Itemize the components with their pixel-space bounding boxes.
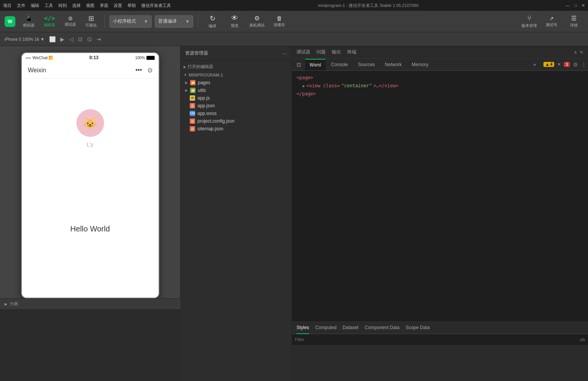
record-icon[interactable]: ⊙ [147,67,152,74]
tab-computed[interactable]: Computed [315,322,336,334]
tab-memory[interactable]: Memory [407,59,433,70]
opened-editors-section[interactable]: ▶ 打开的编辑器 [181,62,292,71]
maximize-button[interactable]: □ [574,3,577,8]
phone-actions: ••• ⊙ [136,67,152,74]
app-js-label: app.js [197,95,210,101]
terminal-tab[interactable]: 终端 [347,49,356,55]
phone-content: 😺 L'y Hello World [22,78,159,298]
app-json-icon: {} [190,103,195,108]
menu-select[interactable]: 选择 [72,3,81,8]
tab-console[interactable]: Console [326,59,353,70]
app-logo: W [5,16,15,27]
compile-select-label: 普通编译 [158,18,177,25]
menu-interface[interactable]: 界面 [100,3,108,8]
compile-button[interactable]: ↻ 编译 [203,13,222,30]
file-sitemap[interactable]: {} sitemap.json [181,125,292,133]
toolbar-right-group: ⑂ 版本管理 ↗ 测试号 ☰ 详情 [520,13,583,30]
tab-network[interactable]: Network [380,59,406,70]
outline-bar[interactable]: ▶ 大纲 [0,298,181,309]
test-number-button[interactable]: ↗ 测试号 [542,13,561,30]
menu-project[interactable]: 项目 [3,3,12,8]
folder-pages[interactable]: ▶ 📁 pages [181,79,292,87]
right-top: 调试器 问题 输出 终端 ∧ ✕ ⊡ Wxml Console Sources … [292,46,588,321]
warn-err-sep: ✕ [557,62,561,67]
separator-2 [198,15,198,28]
resource-more-icon[interactable]: ··· [282,50,287,57]
menu-file[interactable]: 文件 [17,3,25,8]
mode-select[interactable]: 小程序模式 ▼ [109,15,152,28]
clear-icon[interactable]: ⌬ [87,36,92,42]
tab-dataset[interactable]: Dataset [343,322,358,334]
main-toolbar: W 📱 模拟器 </> 编辑器 ⚙ 调试器 ⊞ 可视化 小程序模式 ▼ 普通编译… [0,11,588,32]
xml-line-view[interactable]: ▶ <view class= "container" >…</view> [296,82,583,90]
filter-input[interactable] [295,337,579,342]
menu-wechat-devtools[interactable]: 微信开发者工具 [141,3,171,8]
more-dots-icon[interactable]: ••• [136,67,142,74]
rotate-icon[interactable]: ⬜ [49,36,56,42]
more-options-icon[interactable]: ⋮ [581,62,586,68]
clear-cache-button[interactable]: 🗑 清缓存 [270,13,289,30]
visual-button[interactable]: ⊞ 可视化 [82,13,100,30]
logo-text: W [8,18,12,24]
grid-icon[interactable]: ⇥ [96,36,101,42]
preview-button[interactable]: 👁 预览 [225,13,244,30]
menu-help[interactable]: 帮助 [128,3,136,8]
file-app-wxss[interactable]: CSS app.wxss [181,110,292,117]
device-info[interactable]: iPhone 5 100% 16 ▼ [5,37,45,42]
editor-button[interactable]: </> 编辑器 [41,13,58,30]
project-root[interactable]: ▼ MINIPROGRAM-1 [181,71,292,79]
problems-tab[interactable]: 问题 [316,49,326,55]
version-manage-button[interactable]: ⑂ 版本管理 [520,13,539,30]
remote-debug-button[interactable]: ⚙ 真机调试 [247,13,267,30]
version-label: 版本管理 [522,23,537,28]
window-controls[interactable]: — □ ✕ [565,3,585,8]
xml-line-page-open[interactable]: <page> [296,74,583,82]
output-tab[interactable]: 输出 [332,49,341,55]
details-label: 详情 [570,23,578,28]
tab-styles[interactable]: Styles [296,322,309,334]
menu-settings[interactable]: 设置 [114,3,122,8]
tab-scope-data[interactable]: Scope Data [406,322,430,334]
window-title: miniprogram-1 - 微信开发者工具 Stable 1.05.2107… [177,3,559,8]
file-app-js[interactable]: JS app.js [181,94,292,102]
audio-icon[interactable]: ◁ [69,36,73,42]
devtools-element-icon[interactable]: ⊡ [293,59,304,70]
menu-goto[interactable]: 转到 [58,3,67,8]
simulator-button[interactable]: 📱 模拟器 [20,13,38,30]
collapse-icon[interactable]: ∧ [574,50,577,55]
menu-tools[interactable]: 工具 [45,3,53,8]
xml-line-page-close[interactable]: </page> [296,90,583,98]
menu-edit[interactable]: 编辑 [31,3,39,8]
right-section: 调试器 问题 输出 终端 ∧ ✕ ⊡ Wxml Console Sources … [292,46,588,381]
debugger-button[interactable]: ⚙ 调试器 [61,13,79,30]
menu-view[interactable]: 视图 [86,3,94,8]
more-tabs-icon[interactable]: » [529,59,541,70]
app-json-label: app.json [197,103,215,108]
play-icon[interactable]: ▶ [60,36,65,42]
file-project-config[interactable]: {} project.config.json [181,117,292,125]
folder-utils-label: utils [198,88,206,93]
file-tree: ▶ 打开的编辑器 ▼ MINIPROGRAM-1 ▶ 📁 pages ▶ 📁 u… [181,61,292,381]
simulator-icon: 📱 [25,15,33,22]
separator-1 [104,15,105,28]
close-button[interactable]: ✕ [581,3,585,8]
compile-select[interactable]: 普通编译 ▼ [155,15,193,28]
tab-sources[interactable]: Sources [353,59,379,70]
devtools-header-controls: ∧ ✕ [574,50,583,55]
screenshot-icon[interactable]: ⊡ [78,36,83,42]
phone-time: 9:13 [53,55,135,60]
tab-component-data[interactable]: Component Data [364,322,399,334]
titlebar: 项目 文件 编辑 工具 转到 选择 视图 界面 设置 帮助 微信开发者工具 mi… [0,0,588,11]
tab-wxml[interactable]: Wxml [305,59,326,70]
cls-badge[interactable]: .cls [579,338,585,342]
menu-bar[interactable]: 项目 文件 编辑 工具 转到 选择 视图 界面 设置 帮助 微信开发者工具 [3,3,171,8]
file-app-json[interactable]: {} app.json [181,102,292,110]
phone-battery: 100% [135,56,155,60]
details-button[interactable]: ☰ 详情 [564,13,583,30]
phone-titlebar: Weixin ••• ⊙ [22,62,159,78]
settings-icon[interactable]: ⚙ [573,62,578,68]
minimize-button[interactable]: — [565,3,570,8]
folder-utils[interactable]: ▶ 📁 utils [181,87,292,94]
signal-dots: ••••• [26,56,31,60]
close-devtools-icon[interactable]: ✕ [580,50,583,55]
